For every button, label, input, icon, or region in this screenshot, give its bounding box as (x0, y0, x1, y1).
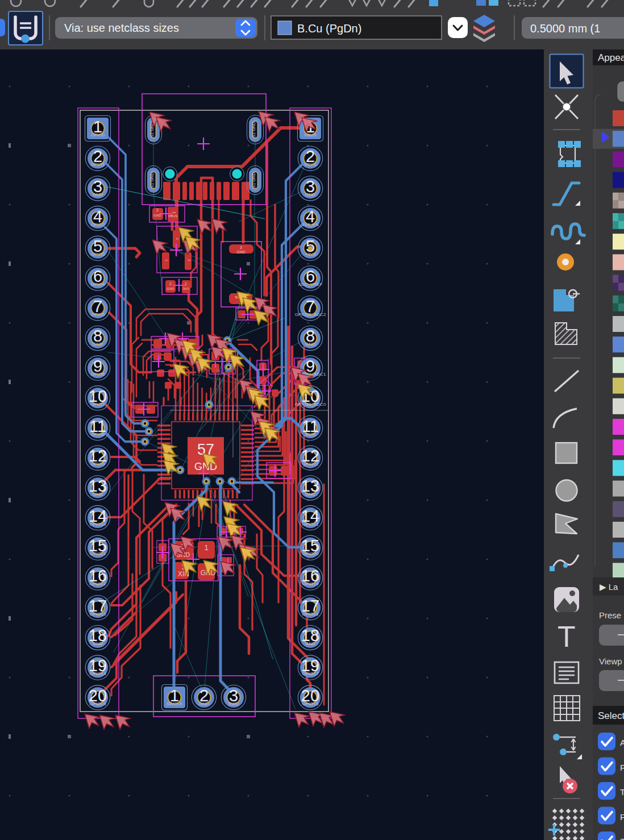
svg-text:GPIO14: GPIO14 (90, 671, 106, 676)
svg-text:GPIO2: GPIO2 (91, 222, 105, 227)
svg-text:A: A (620, 738, 624, 747)
svg-text:ADC_VREF: ADC_VREF (298, 282, 323, 287)
svg-text:3V3: 3V3 (183, 287, 189, 290)
svg-text:2: 2 (169, 282, 172, 286)
svg-text:GPIO15: GPIO15 (90, 701, 106, 706)
svg-text:GND: GND (305, 641, 315, 646)
svg-text:GPIO21: GPIO21 (302, 522, 319, 527)
svg-text:SWD: SWD (228, 701, 239, 706)
svg-text:S1 GND: S1 GND (251, 121, 256, 138)
svg-text:GPIO16: GPIO16 (302, 701, 319, 706)
svg-text:+3V3: +3V3 (305, 252, 316, 257)
svg-text:GPIO26_ADC0: GPIO26_ADC0 (295, 402, 326, 407)
svg-text:GND: GND (199, 701, 209, 706)
svg-text:1: 1 (172, 211, 176, 214)
svg-text:GPIO8: GPIO8 (91, 432, 105, 437)
svg-text:SWCLK: SWCLK (167, 701, 183, 706)
svg-text:P: P (620, 812, 624, 822)
svg-text:Z: Z (620, 837, 624, 840)
svg-text:GPIO11: GPIO11 (90, 551, 106, 556)
svg-text:3: 3 (240, 246, 242, 249)
svg-text:Via: use netclass sizes: Via: use netclass sizes (64, 22, 179, 34)
svg-text:GPIO28_ADC2: GPIO28_ADC2 (295, 312, 326, 317)
svg-text:GND: GND (93, 192, 103, 197)
svg-text:0.5000 mm (1: 0.5000 mm (1 (530, 22, 600, 35)
svg-text:GND: GND (236, 250, 246, 254)
svg-text:GPIO1: GPIO1 (91, 162, 105, 167)
svg-text:Viewp: Viewp (599, 656, 622, 666)
svg-text:GND: GND (93, 342, 103, 347)
svg-text:GPIO5: GPIO5 (91, 312, 105, 317)
svg-text:GPIO17: GPIO17 (302, 671, 319, 676)
svg-text:GND: GND (167, 287, 174, 290)
svg-text:B.Cu (PgDn): B.Cu (PgDn) (297, 22, 361, 35)
svg-text:GPIO13: GPIO13 (90, 612, 106, 617)
svg-text:GPIO4: GPIO4 (91, 282, 105, 287)
svg-text:Prese: Prese (599, 610, 621, 620)
svg-text:Appearance: Appearance (598, 52, 624, 63)
svg-text:GND: GND (305, 492, 315, 497)
svg-text:GPIO6: GPIO6 (91, 372, 105, 377)
svg-text:GPIO9: GPIO9 (91, 461, 105, 467)
svg-text:VBUS: VBUS (168, 214, 177, 218)
svg-text:GPIO12: GPIO12 (90, 581, 106, 587)
svg-text:S1 GND: S1 GND (251, 172, 256, 188)
svg-text:T: T (620, 787, 624, 797)
svg-text:GPIO19: GPIO19 (302, 581, 319, 587)
svg-text:GPIO18: GPIO18 (302, 612, 319, 617)
svg-text:1: 1 (185, 282, 187, 286)
svg-text:GPIO10: GPIO10 (90, 522, 106, 527)
svg-text:VSYS: VSYS (304, 162, 316, 167)
svg-text:VBUS: VBUS (304, 132, 317, 138)
svg-text:2: 2 (156, 208, 159, 212)
svg-text:3V3_EN: 3V3_EN (302, 222, 319, 227)
svg-text:GPIO0: GPIO0 (91, 132, 105, 138)
svg-text:GND: GND (305, 192, 315, 197)
svg-text:▶ La: ▶ La (600, 582, 618, 592)
svg-text:GND: GND (305, 342, 315, 347)
svg-text:Selecti: Selecti (598, 710, 624, 721)
svg-text:GPIO3: GPIO3 (91, 252, 105, 257)
svg-text:GND: GND (93, 492, 103, 497)
svg-text:RUN: RUN (305, 432, 315, 437)
svg-text:GPIO20: GPIO20 (302, 551, 319, 556)
svg-text:GND: GND (93, 641, 103, 646)
svg-text:1: 1 (204, 543, 208, 552)
svg-text:S1 GND: S1 GND (149, 172, 155, 188)
svg-text:GPIO22: GPIO22 (302, 461, 319, 467)
svg-text:GPIO7: GPIO7 (91, 402, 105, 407)
svg-text:T: T (558, 620, 576, 653)
svg-text:F: F (620, 763, 624, 772)
svg-text:GND: GND (153, 214, 161, 217)
